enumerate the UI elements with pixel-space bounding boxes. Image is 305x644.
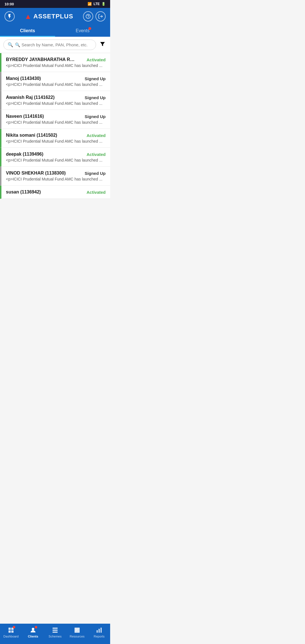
client-desc: <p>ICICI Prudential Mutual Fund AMC has … <box>6 158 106 162</box>
status-badge: Signed Up <box>85 95 106 100</box>
client-desc: <p>ICICI Prudential Mutual Fund AMC has … <box>6 120 106 125</box>
list-item[interactable]: Awanish Raj (1141622)Signed Up<p>ICICI P… <box>0 91 110 110</box>
help-icon[interactable] <box>83 11 93 21</box>
lightning-icon[interactable] <box>5 11 15 21</box>
list-item[interactable]: Manoj (1143430)Signed Up<p>ICICI Prudent… <box>0 72 110 91</box>
list-item[interactable]: BYREDDY JAYABHARATHA REDDY ...Activated<… <box>0 53 110 72</box>
list-item[interactable]: Nikita somani (1141502)Activated<p>ICICI… <box>0 129 110 148</box>
status-badge: Activated <box>86 190 106 195</box>
list-item[interactable]: Naveen (1141616)Signed Up<p>ICICI Pruden… <box>0 110 110 129</box>
list-item[interactable]: susan (1136942)Activated <box>0 186 110 199</box>
client-list: BYREDDY JAYABHARATHA REDDY ...Activated<… <box>0 53 110 199</box>
lte-icon: LTE <box>93 2 100 6</box>
client-name: VINOD SHEKHAR (1138300) <box>6 171 76 176</box>
client-name: Manoj (1143430) <box>6 76 76 81</box>
client-name: susan (1136942) <box>6 190 76 195</box>
list-item[interactable]: VINOD SHEKHAR (1138300)Signed Up<p>ICICI… <box>0 167 110 186</box>
list-item[interactable]: deepak (1139496)Activated<p>ICICI Pruden… <box>0 148 110 167</box>
client-name: deepak (1139496) <box>6 152 76 157</box>
tab-events[interactable]: Events <box>55 25 110 37</box>
status-bar: 10:00 📶 LTE 🔋 <box>0 0 110 8</box>
client-name: BYREDDY JAYABHARATHA REDDY ... <box>6 57 76 62</box>
tab-clients[interactable]: Clients <box>0 25 55 37</box>
status-icons: 📶 LTE 🔋 <box>88 2 106 6</box>
client-desc: <p>ICICI Prudential Mutual Fund AMC has … <box>6 177 106 181</box>
client-desc: <p>ICICI Prudential Mutual Fund AMC has … <box>6 101 106 106</box>
status-badge: Activated <box>86 57 106 62</box>
wifi-icon: 📶 <box>88 2 92 6</box>
status-badge: Signed Up <box>85 171 106 176</box>
logo-text: ASSETPLUS <box>33 13 73 20</box>
events-badge <box>88 27 91 30</box>
client-name: Awanish Raj (1141622) <box>6 95 76 100</box>
status-time: 10:00 <box>5 2 14 6</box>
status-badge: Signed Up <box>85 76 106 81</box>
client-desc: <p>ICICI Prudential Mutual Fund AMC has … <box>6 63 106 68</box>
logo: ▲ ASSETPLUS <box>25 12 73 21</box>
search-emoji: 🔍 <box>8 42 13 47</box>
client-name: Nikita somani (1141502) <box>6 133 76 138</box>
client-desc: <p>ICICI Prudential Mutual Fund AMC has … <box>6 139 106 143</box>
client-name: Naveen (1141616) <box>6 114 76 119</box>
client-desc: <p>ICICI Prudential Mutual Fund AMC has … <box>6 82 106 87</box>
status-badge: Signed Up <box>85 114 106 119</box>
search-input-wrapper[interactable]: 🔍 <box>3 40 96 50</box>
header: ▲ ASSETPLUS <box>0 8 110 25</box>
search-bar: 🔍 <box>0 37 110 53</box>
status-badge: Activated <box>86 133 106 138</box>
filter-icon[interactable] <box>98 40 107 50</box>
logout-icon[interactable] <box>95 11 106 21</box>
tabs: Clients Events <box>0 25 110 37</box>
status-badge: Activated <box>86 152 106 157</box>
logo-arrow: ▲ <box>25 12 32 21</box>
battery-icon: 🔋 <box>101 2 106 6</box>
search-input[interactable] <box>15 42 92 47</box>
